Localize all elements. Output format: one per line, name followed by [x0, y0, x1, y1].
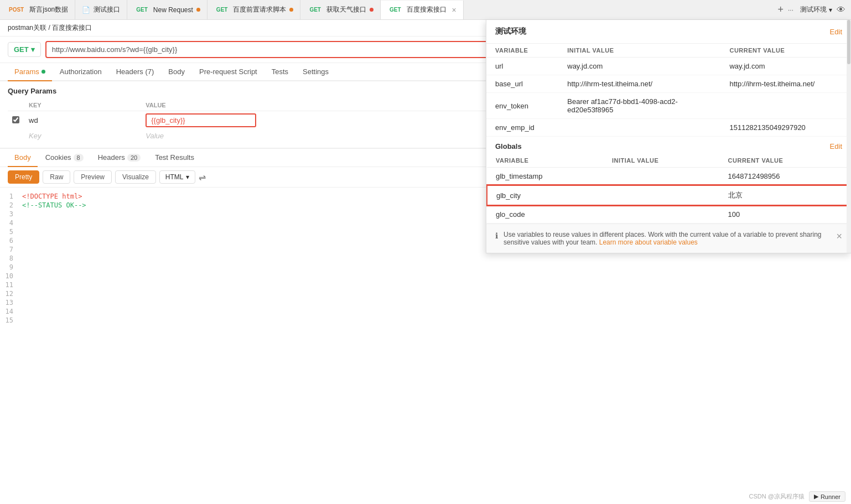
tab-label: Params	[14, 67, 39, 76]
param-checkbox[interactable]	[12, 116, 19, 123]
more-tabs-button[interactable]: ···	[788, 6, 793, 14]
code-line: 10	[0, 272, 851, 280]
globals-edit-link[interactable]: Edit	[830, 142, 842, 150]
resp-tab-headers[interactable]: Headers 20	[91, 149, 147, 167]
tab-method-post: POST	[7, 6, 26, 13]
env-label: 测试环境	[800, 5, 827, 14]
env-row: env_token Bearer af1ac77d-bbd1-4098-acd2…	[486, 93, 851, 119]
code-line: 11	[0, 280, 851, 289]
method-label: GET	[14, 45, 29, 54]
tab-weather[interactable]: GET 获取天气接口	[300, 0, 381, 19]
line-number: 10	[0, 272, 22, 280]
env-row: url way.jd.com way.jd.com	[486, 58, 851, 75]
environment-selector[interactable]: 测试环境 ▾	[800, 5, 832, 14]
line-number: 12	[0, 290, 22, 298]
chevron-down-icon: ▾	[829, 6, 832, 14]
line-number: 6	[0, 237, 22, 245]
code-line: 8	[0, 254, 851, 263]
learn-more-link[interactable]: Learn more about variable values	[599, 238, 698, 246]
env-var-name: env_emp_id	[486, 119, 558, 137]
tab-label: Settings	[303, 67, 329, 76]
code-content: <!DOCTYPE html>	[22, 193, 82, 200]
tab-baidu-search[interactable]: GET 百度搜索接口 ×	[381, 1, 464, 20]
tab-prerequest[interactable]: Pre-request Script	[193, 63, 264, 81]
tab-method-get: GET	[134, 6, 150, 13]
col-initial: INITIAL VALUE	[603, 154, 719, 168]
resp-tab-cookies[interactable]: Cookies 8	[39, 149, 90, 167]
cookies-badge: 8	[74, 154, 84, 162]
env-initial-value: way.jd.com	[558, 58, 720, 75]
global-row-highlight: glb_city 北京	[487, 185, 850, 205]
env-initial-value: Bearer af1ac77d-bbd1-4098-acd2-ed20e53f8…	[558, 93, 720, 119]
line-number: 5	[0, 228, 22, 236]
scroll-track	[847, 20, 851, 253]
tab-label: Tests	[272, 67, 288, 76]
tab-label: Test Results	[155, 153, 194, 162]
method-select[interactable]: GET ▾	[8, 42, 41, 57]
breadcrumb-current: 百度搜索接口	[52, 24, 92, 32]
visualize-button[interactable]: Visualize	[115, 170, 156, 184]
tab-post-sijson[interactable]: POST 斯言json数据	[0, 0, 75, 19]
tab-actions: + ··· 测试环境 ▾ 👁	[772, 4, 851, 15]
tab-body[interactable]: Body	[162, 63, 191, 81]
tab-label: Cookies	[45, 153, 71, 162]
overlay-title: 测试环境	[495, 27, 526, 37]
env-var-name: env_token	[486, 93, 558, 119]
tab-settings[interactable]: Settings	[296, 63, 335, 81]
param-value-input[interactable]	[146, 113, 256, 127]
env-variables-table: VARIABLE INITIAL VALUE CURRENT VALUE url…	[486, 44, 851, 137]
word-wrap-icon[interactable]: ⇌	[199, 172, 206, 183]
env-table-header: VARIABLE INITIAL VALUE CURRENT VALUE	[486, 44, 851, 58]
raw-button[interactable]: Raw	[43, 170, 70, 184]
eye-icon[interactable]: 👁	[837, 5, 845, 15]
code-line: 15	[0, 316, 851, 325]
tab-label: 获取天气接口	[326, 5, 366, 14]
global-var-name: glo_code	[487, 205, 603, 224]
tab-label: Body	[168, 67, 185, 76]
tab-close-icon[interactable]: ×	[452, 6, 456, 14]
tab-new-request[interactable]: GET New Request	[127, 0, 207, 19]
env-current-value: http://ihrm-test.itheima.net/	[720, 75, 851, 93]
line-number: 3	[0, 210, 22, 218]
tab-headers[interactable]: Headers (7)	[110, 63, 161, 81]
tab-modified-dot	[289, 8, 293, 12]
file-icon: 📄	[82, 6, 90, 14]
line-number: 14	[0, 308, 22, 315]
tab-authorization[interactable]: Authorization	[53, 63, 108, 81]
tab-params[interactable]: Params	[8, 63, 52, 81]
line-number: 8	[0, 254, 22, 262]
tab-tests[interactable]: Tests	[265, 63, 295, 81]
env-var-name: url	[486, 58, 558, 75]
col-current: CURRENT VALUE	[719, 154, 850, 168]
tab-baidu-prereq[interactable]: GET 百度前置请求脚本	[207, 0, 301, 19]
tab-method-get: GET	[387, 6, 403, 13]
global-row: glb_timestamp 1648712498956	[487, 168, 850, 186]
col-checkbox	[8, 100, 24, 111]
col-key: KEY	[24, 100, 141, 111]
globals-section-header: Globals Edit	[486, 137, 851, 154]
tab-modified-dot	[370, 8, 373, 12]
overlay-scroll: 测试环境 Edit VARIABLE INITIAL VALUE CURRENT…	[486, 20, 851, 253]
line-number: 4	[0, 219, 22, 227]
headers-badge: 20	[127, 154, 141, 162]
line-number: 2	[0, 201, 22, 209]
format-select[interactable]: HTML ▾	[159, 170, 195, 184]
param-key-placeholder[interactable]: Key	[24, 129, 141, 142]
tab-method-get: GET	[214, 6, 230, 13]
env-current-value: way.jd.com	[720, 58, 851, 75]
resp-tab-body[interactable]: Body	[8, 149, 38, 167]
overlay-close-button[interactable]: ×	[836, 231, 842, 242]
tab-testapi[interactable]: 📄 测试接口	[75, 0, 127, 19]
chevron-down-icon: ▾	[186, 173, 189, 181]
tab-label: Body	[14, 153, 31, 162]
resp-tab-test-results[interactable]: Test Results	[148, 149, 201, 167]
line-number: 15	[0, 316, 22, 324]
code-content: <!--STATUS OK-->	[22, 201, 86, 209]
env-initial-value	[558, 119, 720, 137]
pretty-button[interactable]: Pretty	[8, 170, 39, 184]
line-number: 9	[0, 263, 22, 271]
add-tab-button[interactable]: +	[777, 4, 783, 15]
env-row: env_emp_id 1511282135049297920	[486, 119, 851, 137]
env-edit-link[interactable]: Edit	[830, 28, 842, 36]
preview-button[interactable]: Preview	[74, 170, 112, 184]
